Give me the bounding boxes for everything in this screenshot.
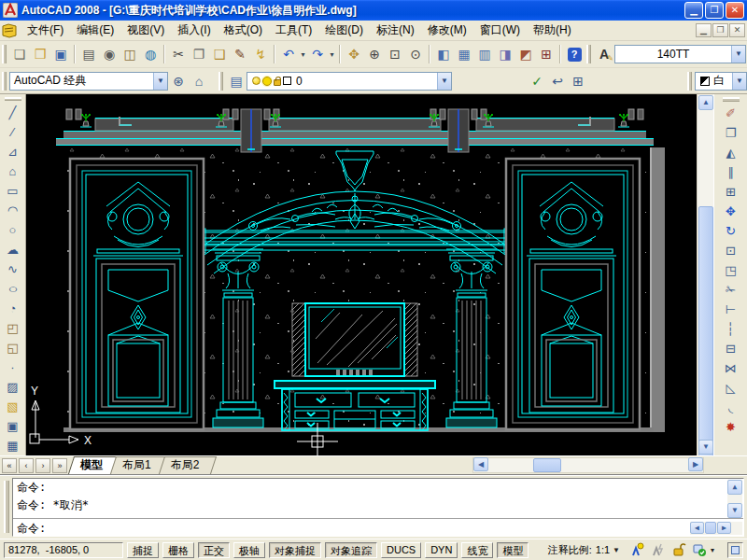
fillet-button[interactable]: ◟ bbox=[721, 398, 741, 417]
layer-states-icon[interactable]: ⊞ bbox=[568, 71, 588, 91]
command-horizontal-scrollbar[interactable]: ◀ ▶ bbox=[690, 522, 742, 535]
layer-combo[interactable]: 0 ▼ bbox=[247, 72, 452, 91]
table-button[interactable]: ▦ bbox=[3, 436, 23, 455]
designcenter-button[interactable]: ▦ bbox=[454, 44, 474, 64]
quickcalc-button[interactable]: ⊞ bbox=[536, 44, 557, 64]
arc-button[interactable]: ◠ bbox=[3, 201, 23, 220]
clean-screen-button[interactable] bbox=[727, 542, 743, 558]
workspace-settings-icon[interactable]: ⊛ bbox=[168, 71, 189, 91]
break-at-point-button[interactable]: ┆ bbox=[721, 319, 741, 339]
toolbar-lock-icon[interactable] bbox=[670, 542, 687, 557]
tray-dropdown-icon[interactable]: ▾ bbox=[711, 546, 714, 554]
paste-button[interactable]: ❑ bbox=[209, 44, 230, 64]
make-object-layer-current-icon[interactable]: ✓ bbox=[527, 71, 547, 91]
save-button[interactable]: ▣ bbox=[50, 44, 71, 64]
text-style-combo[interactable]: 140TT ▼ bbox=[614, 45, 746, 63]
help-button[interactable]: ? bbox=[564, 44, 585, 64]
insert-block-button[interactable]: ◰ bbox=[3, 318, 23, 338]
annotation-autoscale-icon[interactable] bbox=[650, 542, 667, 557]
toolbar-grip[interactable] bbox=[2, 45, 7, 63]
layer-properties-manager-icon[interactable]: ▤ bbox=[226, 71, 247, 91]
polyline-button[interactable]: ⊿ bbox=[3, 142, 23, 161]
tab-布局2[interactable]: 布局2 bbox=[162, 456, 214, 474]
toolbar-grip[interactable] bbox=[218, 72, 223, 91]
menu-h[interactable]: 帮助(H) bbox=[527, 20, 578, 41]
scroll-up-icon[interactable]: ▲ bbox=[727, 480, 742, 495]
chevron-down-icon[interactable]: ▼ bbox=[153, 73, 167, 90]
command-vertical-scrollbar[interactable]: ▲ ▼ bbox=[727, 480, 742, 518]
annotation-visibility-icon[interactable] bbox=[629, 542, 646, 557]
toggle-DUCS[interactable]: DUCS bbox=[381, 542, 421, 558]
horizontal-scroll-thumb[interactable] bbox=[533, 458, 561, 472]
next-tab-button[interactable]: › bbox=[35, 458, 50, 473]
menu-t[interactable]: 工具(T) bbox=[269, 20, 318, 41]
last-tab-button[interactable]: » bbox=[52, 458, 67, 473]
menu-i[interactable]: 插入(I) bbox=[171, 20, 217, 41]
zoom-previous-button[interactable]: ⊙ bbox=[405, 44, 426, 64]
properties-button[interactable]: ◧ bbox=[433, 44, 454, 64]
explode-button[interactable]: ✸ bbox=[721, 417, 741, 437]
menu-m[interactable]: 修改(M) bbox=[421, 20, 473, 41]
extend-button[interactable]: ⊢ bbox=[721, 300, 741, 319]
publish-button[interactable]: ◫ bbox=[120, 44, 140, 64]
doc-close-button[interactable]: ✕ bbox=[729, 23, 745, 37]
menu-n[interactable]: 标注(N) bbox=[370, 20, 421, 41]
toggle-对象捕捉[interactable]: 对象捕捉 bbox=[269, 542, 321, 558]
toggle-极轴[interactable]: 极轴 bbox=[233, 542, 265, 558]
scroll-down-icon[interactable]: ▼ bbox=[727, 503, 742, 518]
toggle-DYN[interactable]: DYN bbox=[425, 542, 458, 558]
toggle-栅格[interactable]: 栅格 bbox=[162, 542, 194, 558]
close-button[interactable]: ✕ bbox=[726, 2, 744, 19]
break-button[interactable]: ⊟ bbox=[721, 339, 741, 358]
toolbar-grip[interactable] bbox=[723, 97, 740, 102]
chevron-down-icon[interactable]: ▼ bbox=[732, 73, 746, 90]
toolbar-grip[interactable] bbox=[687, 72, 692, 91]
layer-lock-icon[interactable] bbox=[274, 79, 281, 86]
circle-button[interactable]: ○ bbox=[3, 220, 23, 240]
redo-dropdown-icon[interactable]: ▾ bbox=[328, 44, 336, 64]
chevron-down-icon[interactable]: ▼ bbox=[731, 46, 745, 63]
horizontal-scrollbar[interactable]: ◀ ▶ bbox=[472, 457, 704, 473]
scroll-right-icon[interactable]: ▶ bbox=[717, 522, 731, 534]
mirror-button[interactable]: ◭ bbox=[721, 143, 741, 162]
my-workspace-icon[interactable]: ⌂ bbox=[189, 71, 209, 91]
scale-button[interactable]: ⊡ bbox=[721, 241, 741, 260]
toggle-正交[interactable]: 正交 bbox=[198, 542, 230, 558]
toggle-捕捉[interactable]: 捕捉 bbox=[127, 542, 159, 558]
toggle-模型[interactable]: 模型 bbox=[497, 542, 529, 558]
match-properties-button[interactable]: ✎ bbox=[230, 44, 250, 64]
scroll-down-icon[interactable]: ▼ bbox=[698, 440, 713, 455]
3d-dwf-button[interactable]: ◍ bbox=[140, 44, 161, 64]
menu-o[interactable]: 格式(O) bbox=[218, 20, 269, 41]
ellipse-arc-button[interactable]: ◔ bbox=[3, 299, 23, 318]
move-button[interactable]: ✥ bbox=[721, 202, 741, 221]
undo-dropdown-icon[interactable]: ▾ bbox=[299, 44, 307, 64]
redo-button[interactable]: ↷ bbox=[307, 44, 328, 64]
plot-button[interactable]: ▤ bbox=[78, 44, 99, 64]
zoom-realtime-button[interactable]: ⊕ bbox=[364, 44, 385, 64]
vertical-scrollbar[interactable]: ▲ ▼ bbox=[697, 94, 713, 455]
gradient-button[interactable]: ▧ bbox=[3, 397, 23, 416]
markup-manager-button[interactable]: ◩ bbox=[515, 44, 536, 64]
open-file-button[interactable]: ❒ bbox=[30, 44, 50, 64]
stretch-button[interactable]: ◳ bbox=[721, 260, 741, 280]
tool-palettes-button[interactable]: ▥ bbox=[474, 44, 495, 64]
menu-d[interactable]: 绘图(D) bbox=[318, 20, 370, 41]
plot-preview-button[interactable]: ◉ bbox=[99, 44, 120, 64]
scroll-left-icon[interactable]: ◀ bbox=[690, 522, 704, 534]
first-tab-button[interactable]: « bbox=[2, 458, 17, 473]
scroll-right-icon[interactable]: ▶ bbox=[688, 457, 703, 471]
tab-布局1[interactable]: 布局1 bbox=[113, 456, 165, 474]
command-prompt[interactable]: 命令: bbox=[13, 520, 49, 537]
menu-e[interactable]: 编辑(E) bbox=[70, 20, 120, 41]
polygon-button[interactable]: ⌂ bbox=[3, 161, 23, 181]
toggle-对象追踪[interactable]: 对象追踪 bbox=[325, 542, 377, 558]
hatch-button[interactable]: ▨ bbox=[3, 377, 23, 397]
layer-previous-icon[interactable]: ↩ bbox=[547, 71, 568, 91]
restore-button[interactable]: ❐ bbox=[705, 2, 724, 19]
layer-freeze-icon[interactable] bbox=[262, 77, 272, 86]
line-button[interactable]: ╱ bbox=[3, 103, 23, 122]
construction-line-button[interactable]: ∕ bbox=[3, 122, 23, 142]
text-style-icon[interactable]: A ✎ bbox=[594, 44, 614, 64]
toolbar-grip[interactable] bbox=[2, 72, 7, 91]
